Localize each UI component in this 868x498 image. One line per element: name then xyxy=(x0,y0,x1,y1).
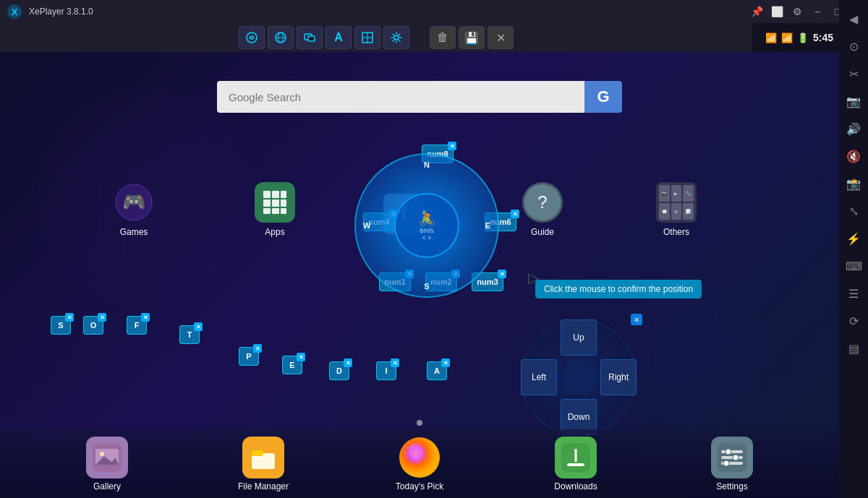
games-label: Games xyxy=(120,227,148,237)
A-button[interactable]: A xyxy=(326,26,352,49)
clock: 5:45 xyxy=(813,32,833,43)
T-close[interactable]: ✕ xyxy=(194,322,203,331)
D-key[interactable]: D ✕ xyxy=(329,361,349,380)
downloads-dock-item[interactable]: Downloads xyxy=(547,437,605,491)
toolbar: A 🗑 💾 ✕ xyxy=(0,23,752,52)
F-close[interactable]: ✕ xyxy=(141,313,150,322)
D-close[interactable]: ✕ xyxy=(344,359,352,367)
joy-east: E xyxy=(485,221,490,230)
mute-icon[interactable]: 🔇 xyxy=(841,143,867,169)
gear-button[interactable] xyxy=(383,26,409,49)
svg-rect-14 xyxy=(263,191,271,198)
home-icon[interactable]: ⊙ xyxy=(841,33,867,59)
close-overlay-button[interactable]: ✕ xyxy=(488,26,514,49)
E-key[interactable]: E ✕ xyxy=(282,356,302,374)
downloads-icon xyxy=(555,437,597,478)
trash-button[interactable]: 🗑 xyxy=(430,26,456,49)
S-close[interactable]: ✕ xyxy=(65,313,74,322)
svg-rect-19 xyxy=(281,199,286,207)
O-key[interactable]: O ✕ xyxy=(83,316,103,335)
page-indicator xyxy=(417,420,422,426)
dpad-left[interactable]: Left xyxy=(521,359,557,395)
minimize-button[interactable]: − xyxy=(807,1,827,22)
grid-button[interactable] xyxy=(354,26,380,49)
file-manager-icon xyxy=(242,437,284,478)
titlebar: X XePlayer 3.8.1.0 📌 ⬜ ⚙ − □ ✕ xyxy=(0,0,868,23)
signal-icon: 📶 xyxy=(781,33,793,43)
svg-rect-7 xyxy=(308,36,315,41)
svg-point-2 xyxy=(247,33,257,43)
shake-icon[interactable]: ⚡ xyxy=(841,226,867,252)
gallery-dock-item[interactable]: Gallery xyxy=(78,437,136,491)
apps-icon[interactable]: Apps xyxy=(246,182,304,237)
svg-point-44 xyxy=(723,460,729,466)
T-key[interactable]: T ✕ xyxy=(179,325,200,344)
rotate-icon[interactable]: ⟳ xyxy=(841,308,867,334)
svg-rect-21 xyxy=(272,208,279,214)
settings-dock-item[interactable]: Settings xyxy=(703,437,761,491)
svg-point-27 xyxy=(100,452,104,456)
F-key[interactable]: F ✕ xyxy=(127,316,147,335)
svg-point-11 xyxy=(394,35,399,40)
I-key[interactable]: I ✕ xyxy=(376,361,396,380)
svg-point-40 xyxy=(726,449,731,455)
keyboard-icon[interactable]: ⌨ xyxy=(841,253,867,279)
P-key[interactable]: P ✕ xyxy=(239,347,259,366)
gallery-label: Gallery xyxy=(93,481,121,491)
P-close[interactable]: ✕ xyxy=(253,344,262,353)
num6-close[interactable]: ✕ xyxy=(511,210,519,218)
svg-rect-41 xyxy=(721,456,743,459)
dpad-right[interactable]: Right xyxy=(600,359,637,395)
guide-icon[interactable]: ? Guide xyxy=(514,182,571,237)
screenshot-icon[interactable]: 📸 xyxy=(841,171,867,197)
search-bar: G xyxy=(217,81,622,113)
others-icon[interactable]: 📷 ▶ 🔧 💬 ⚙ 📊 Others xyxy=(647,182,705,237)
joystick-speed: 6m/s xyxy=(420,227,434,234)
games-icon[interactable]: 🎮 Games xyxy=(105,182,163,237)
battery-icon: 🔋 xyxy=(797,33,809,43)
file-manager-dock-item[interactable]: File Manager xyxy=(234,437,292,491)
downloads-label: Downloads xyxy=(554,481,597,491)
A-key[interactable]: A ✕ xyxy=(427,361,447,380)
search-input[interactable] xyxy=(217,81,584,113)
dpad: Up Left Right Down ✕ xyxy=(521,319,637,435)
menu-icon[interactable]: ☰ xyxy=(841,280,867,306)
position-tooltip: Click the mouse to confirm the position xyxy=(535,280,702,299)
todays-pick-dock-item[interactable]: Today's Pick xyxy=(391,437,448,491)
main-content: G 🎮 Games Apps xyxy=(0,52,839,498)
svg-rect-22 xyxy=(281,208,286,214)
svg-point-42 xyxy=(733,455,739,460)
apps-label: Apps xyxy=(265,227,284,237)
fullscreen-icon[interactable]: ⤡ xyxy=(841,198,867,224)
restore-down-button[interactable]: ⬜ xyxy=(767,1,787,22)
joy-west: W xyxy=(363,221,370,230)
joy-south: S xyxy=(424,282,429,291)
scroll-icon[interactable]: ▤ xyxy=(841,335,867,361)
num8-close[interactable]: ✕ xyxy=(448,142,456,150)
volume-icon[interactable]: 🔊 xyxy=(841,116,867,142)
scissors-icon[interactable]: ✂ xyxy=(841,61,867,87)
sync-button[interactable] xyxy=(239,26,265,49)
multiwindow-button[interactable] xyxy=(297,26,323,49)
search-button[interactable]: G xyxy=(584,81,622,113)
pin-button[interactable]: 📌 xyxy=(746,1,767,22)
svg-rect-31 xyxy=(252,450,263,456)
I-close[interactable]: ✕ xyxy=(391,359,399,367)
O-close[interactable]: ✕ xyxy=(98,313,106,322)
settings-icon xyxy=(711,437,753,478)
wifi-icon: 📶 xyxy=(765,33,777,43)
A-close[interactable]: ✕ xyxy=(441,359,450,367)
E-close[interactable]: ✕ xyxy=(297,353,305,361)
joystick-overlay[interactable]: N S E W 🚴 6m/s < > xyxy=(354,153,506,305)
save-button[interactable]: 💾 xyxy=(459,26,485,49)
S-key[interactable]: S ✕ xyxy=(51,316,71,335)
dock: Gallery File Manager xyxy=(0,429,839,498)
joystick-arrow: < > xyxy=(422,234,431,241)
globe-button[interactable] xyxy=(268,26,294,49)
app-logo: X xyxy=(3,0,26,23)
camera-icon[interactable]: 📷 xyxy=(841,88,867,114)
back-icon[interactable]: ◀ xyxy=(841,6,867,32)
settings-button[interactable]: ⚙ xyxy=(787,1,807,22)
dpad-close[interactable]: ✕ xyxy=(631,314,642,325)
dpad-up[interactable]: Up xyxy=(561,319,597,356)
